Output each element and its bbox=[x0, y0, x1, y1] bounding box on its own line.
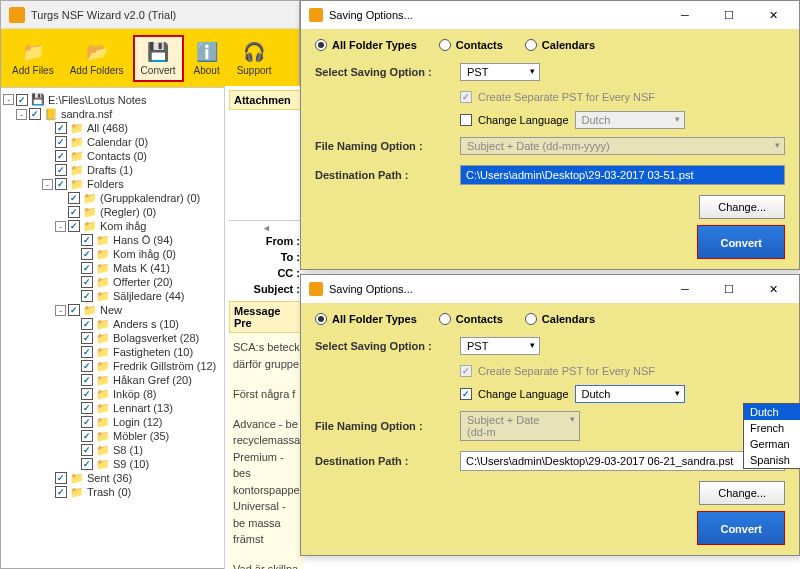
checkbox[interactable] bbox=[81, 374, 93, 386]
folder-icon: 📁 bbox=[96, 234, 110, 246]
checkbox[interactable] bbox=[55, 164, 67, 176]
add-folders-button[interactable]: 📂 Add Folders bbox=[63, 36, 131, 81]
folder-icon: 📁 bbox=[96, 430, 110, 442]
checkbox[interactable] bbox=[81, 430, 93, 442]
checkbox[interactable] bbox=[81, 388, 93, 400]
checkbox[interactable] bbox=[55, 486, 67, 498]
dialog-titlebar: Saving Options... ─ ☐ ✕ bbox=[301, 275, 799, 303]
file-naming-select[interactable]: Subject + Date (dd-m bbox=[460, 411, 580, 441]
checkbox[interactable] bbox=[68, 192, 80, 204]
language-dropdown[interactable]: DutchFrenchGermanSpanish bbox=[743, 403, 800, 469]
checkbox[interactable] bbox=[55, 472, 67, 484]
folder-icon: 📁 bbox=[96, 416, 110, 428]
expand-icon[interactable]: - bbox=[55, 221, 66, 232]
checkbox[interactable] bbox=[55, 122, 67, 134]
file-naming-label: File Naming Option : bbox=[315, 140, 460, 152]
saving-format-select[interactable]: PST bbox=[460, 337, 540, 355]
change-language-checkbox[interactable] bbox=[460, 388, 472, 400]
checkbox[interactable] bbox=[81, 458, 93, 470]
convert-action-button[interactable]: Convert bbox=[697, 225, 785, 259]
radio-calendars[interactable]: Calendars bbox=[525, 39, 595, 51]
saving-format-select[interactable]: PST bbox=[460, 63, 540, 81]
checkbox[interactable] bbox=[81, 262, 93, 274]
expand-icon[interactable]: - bbox=[16, 109, 27, 120]
language-select[interactable]: Dutch bbox=[575, 385, 685, 403]
checkbox[interactable] bbox=[81, 332, 93, 344]
maximize-button[interactable]: ☐ bbox=[707, 276, 751, 302]
change-path-button[interactable]: Change... bbox=[699, 481, 785, 505]
radio-all-folders[interactable]: All Folder Types bbox=[315, 313, 417, 325]
folder-icon: 📁 bbox=[96, 360, 110, 372]
folder-icon: 📁 bbox=[96, 332, 110, 344]
change-language-checkbox[interactable] bbox=[460, 114, 472, 126]
close-button[interactable]: ✕ bbox=[751, 2, 795, 28]
checkbox[interactable] bbox=[81, 248, 93, 260]
checkbox[interactable] bbox=[81, 402, 93, 414]
expand-icon[interactable]: - bbox=[3, 94, 14, 105]
dialog-titlebar: Saving Options... ─ ☐ ✕ bbox=[301, 1, 799, 29]
separate-pst-checkbox[interactable] bbox=[460, 365, 472, 377]
checkbox[interactable] bbox=[68, 220, 80, 232]
checkbox[interactable] bbox=[81, 444, 93, 456]
expand-icon[interactable]: - bbox=[55, 305, 66, 316]
minimize-button[interactable]: ─ bbox=[663, 2, 707, 28]
checkbox[interactable] bbox=[68, 206, 80, 218]
checkbox[interactable] bbox=[55, 150, 67, 162]
language-option[interactable]: Dutch bbox=[744, 404, 800, 420]
select-saving-label: Select Saving Option : bbox=[315, 340, 460, 352]
folder-type-radios: All Folder Types Contacts Calendars bbox=[315, 39, 785, 51]
change-language-label: Change Language bbox=[478, 114, 569, 126]
checkbox[interactable] bbox=[81, 276, 93, 288]
change-path-button[interactable]: Change... bbox=[699, 195, 785, 219]
add-files-icon: 📁 bbox=[19, 41, 47, 63]
folder-icon: 📁 bbox=[83, 206, 97, 218]
language-select[interactable]: Dutch bbox=[575, 111, 685, 129]
convert-action-button[interactable]: Convert bbox=[697, 511, 785, 545]
checkbox[interactable] bbox=[16, 94, 28, 106]
checkbox[interactable] bbox=[81, 234, 93, 246]
checkbox[interactable] bbox=[81, 290, 93, 302]
about-icon: ℹ️ bbox=[193, 41, 221, 63]
expand-icon[interactable]: - bbox=[42, 179, 53, 190]
convert-icon: 💾 bbox=[144, 41, 172, 63]
language-option[interactable]: French bbox=[744, 420, 800, 436]
checkbox[interactable] bbox=[81, 346, 93, 358]
language-option[interactable]: Spanish bbox=[744, 452, 800, 468]
language-option[interactable]: German bbox=[744, 436, 800, 452]
checkbox[interactable] bbox=[29, 108, 41, 120]
to-label: To : bbox=[229, 249, 304, 265]
file-naming-select[interactable]: Subject + Date (dd-mm-yyyy) bbox=[460, 137, 785, 155]
dialog-icon bbox=[309, 8, 323, 22]
checkbox[interactable] bbox=[55, 178, 67, 190]
separate-pst-label: Create Separate PST for Every NSF bbox=[478, 365, 655, 377]
folder-icon: 📁 bbox=[96, 248, 110, 260]
separate-pst-checkbox[interactable] bbox=[460, 91, 472, 103]
minimize-button[interactable]: ─ bbox=[663, 276, 707, 302]
saving-options-dialog-1: Saving Options... ─ ☐ ✕ All Folder Types… bbox=[300, 0, 800, 270]
checkbox[interactable] bbox=[81, 416, 93, 428]
checkbox[interactable] bbox=[81, 318, 93, 330]
checkbox[interactable] bbox=[81, 360, 93, 372]
radio-contacts[interactable]: Contacts bbox=[439, 313, 503, 325]
folder-icon: 📁 bbox=[70, 136, 84, 148]
convert-button[interactable]: 💾 Convert bbox=[133, 35, 184, 82]
attachments-header: Attachmen bbox=[229, 90, 304, 110]
close-button[interactable]: ✕ bbox=[751, 276, 795, 302]
destination-path-input[interactable]: C:\Users\admin\Desktop\29-03-2017 06-21_… bbox=[460, 451, 785, 471]
select-saving-label: Select Saving Option : bbox=[315, 66, 460, 78]
titlebar: Turgs NSF Wizard v2.0 (Trial) bbox=[1, 1, 299, 29]
radio-calendars[interactable]: Calendars bbox=[525, 313, 595, 325]
radio-all-folders[interactable]: All Folder Types bbox=[315, 39, 417, 51]
folder-icon: 📁 bbox=[83, 192, 97, 204]
destination-path-input[interactable]: C:\Users\admin\Desktop\29-03-2017 03-51.… bbox=[460, 165, 785, 185]
maximize-button[interactable]: ☐ bbox=[707, 2, 751, 28]
dialog-title: Saving Options... bbox=[329, 9, 413, 21]
support-button[interactable]: 🎧 Support bbox=[230, 36, 279, 81]
checkbox[interactable] bbox=[55, 136, 67, 148]
checkbox[interactable] bbox=[68, 304, 80, 316]
add-files-button[interactable]: 📁 Add Files bbox=[5, 36, 61, 81]
about-button[interactable]: ℹ️ About bbox=[186, 36, 228, 81]
message-body: SCA:s beteck därför gruppe Först några f… bbox=[229, 333, 304, 569]
radio-contacts[interactable]: Contacts bbox=[439, 39, 503, 51]
change-language-label: Change Language bbox=[478, 388, 569, 400]
